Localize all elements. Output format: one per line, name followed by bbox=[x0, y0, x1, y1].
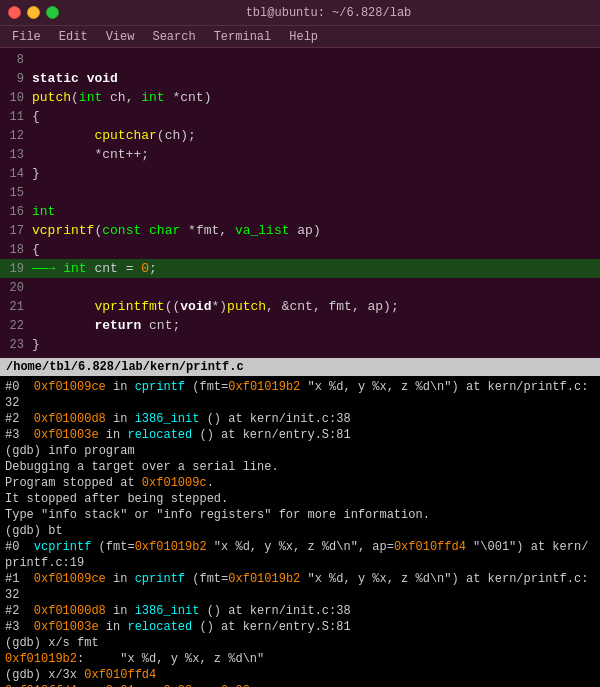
code-line: 22 return cnt; bbox=[0, 316, 600, 335]
line-content: putch(int ch, int *cnt) bbox=[32, 90, 211, 105]
line-number: 18 bbox=[4, 243, 32, 257]
line-content: vprintfmt((void*)putch, &cnt, fmt, ap); bbox=[32, 299, 399, 314]
code-editor: 89static void10putch(int ch, int *cnt)11… bbox=[0, 48, 600, 358]
code-line: 11{ bbox=[0, 107, 600, 126]
code-line: 18{ bbox=[0, 240, 600, 259]
line-number: 19 bbox=[4, 262, 32, 276]
code-line: 9static void bbox=[0, 69, 600, 88]
line-number: 11 bbox=[4, 110, 32, 124]
terminal-line: (gdb) x/3x 0xf010ffd4 bbox=[5, 667, 595, 683]
terminal-line: (gdb) bt bbox=[5, 523, 595, 539]
line-number: 23 bbox=[4, 338, 32, 352]
line-number: 24 bbox=[4, 357, 32, 359]
maximize-button[interactable] bbox=[46, 6, 59, 19]
code-line: 19——→ int cnt = 0; bbox=[0, 259, 600, 278]
terminal-line: It stopped after being stepped. bbox=[5, 491, 595, 507]
code-line: 23} bbox=[0, 335, 600, 354]
terminal-line: 0xf010ffd4: 0x01 0x00 0x00 bbox=[5, 683, 595, 687]
line-content: vcprintf(const char *fmt, va_list ap) bbox=[32, 223, 321, 238]
line-number: 9 bbox=[4, 72, 32, 86]
minimize-button[interactable] bbox=[27, 6, 40, 19]
terminal-line: #2 0xf01000d8 in i386_init () at kern/in… bbox=[5, 603, 595, 619]
menubar-item-edit[interactable]: Edit bbox=[51, 28, 96, 46]
line-number: 22 bbox=[4, 319, 32, 333]
line-number: 21 bbox=[4, 300, 32, 314]
window-title: tbl@ubuntu: ~/6.828/lab bbox=[65, 6, 592, 20]
menubar-item-terminal[interactable]: Terminal bbox=[206, 28, 280, 46]
menubar-item-file[interactable]: File bbox=[4, 28, 49, 46]
line-number: 15 bbox=[4, 186, 32, 200]
line-content: cputchar(ch); bbox=[32, 128, 196, 143]
line-content: { bbox=[32, 242, 40, 257]
code-line: 12 cputchar(ch); bbox=[0, 126, 600, 145]
code-line: 15 bbox=[0, 183, 600, 202]
code-line: 21 vprintfmt((void*)putch, &cnt, fmt, ap… bbox=[0, 297, 600, 316]
terminal-line: #3 0xf01003e in relocated () at kern/ent… bbox=[5, 427, 595, 443]
terminal-line: #0 vcprintf (fmt=0xf01019b2 "x %d, y %x,… bbox=[5, 539, 595, 571]
line-content: ——→ int cnt = 0; bbox=[32, 261, 157, 276]
code-line: 8 bbox=[0, 50, 600, 69]
code-line: 16int bbox=[0, 202, 600, 221]
menubar: FileEditViewSearchTerminalHelp bbox=[0, 26, 600, 48]
terminal-line: #2 0xf01000d8 in i386_init () at kern/in… bbox=[5, 411, 595, 427]
line-number: 13 bbox=[4, 148, 32, 162]
line-number: 20 bbox=[4, 281, 32, 295]
menubar-item-help[interactable]: Help bbox=[281, 28, 326, 46]
titlebar: tbl@ubuntu: ~/6.828/lab bbox=[0, 0, 600, 26]
line-number: 14 bbox=[4, 167, 32, 181]
terminal-line: Program stopped at 0xf01009c. bbox=[5, 475, 595, 491]
terminal-line: (gdb) x/s fmt bbox=[5, 635, 595, 651]
line-number: 12 bbox=[4, 129, 32, 143]
line-content: return cnt; bbox=[32, 318, 180, 333]
terminal-line: 0xf01019b2: "x %d, y %x, z %d\n" bbox=[5, 651, 595, 667]
code-line: 13 *cnt++; bbox=[0, 145, 600, 164]
line-number: 10 bbox=[4, 91, 32, 105]
code-line: 14} bbox=[0, 164, 600, 183]
menubar-item-search[interactable]: Search bbox=[144, 28, 203, 46]
line-content: int bbox=[32, 204, 55, 219]
line-content: } bbox=[32, 337, 40, 352]
line-content: static void bbox=[32, 71, 118, 86]
line-number: 17 bbox=[4, 224, 32, 238]
close-button[interactable] bbox=[8, 6, 21, 19]
line-number: 8 bbox=[4, 53, 32, 67]
line-content: } bbox=[32, 166, 40, 181]
code-line: 20 bbox=[0, 278, 600, 297]
terminal-line: Type "info stack" or "info registers" fo… bbox=[5, 507, 595, 523]
terminal[interactable]: #0 0xf01009ce in cprintf (fmt=0xf01019b2… bbox=[0, 376, 600, 687]
line-number: 16 bbox=[4, 205, 32, 219]
filepath-text: /home/tbl/6.828/lab/kern/printf.c bbox=[6, 360, 244, 374]
filepath-bar: /home/tbl/6.828/lab/kern/printf.c bbox=[0, 358, 600, 376]
terminal-line: Debugging a target over a serial line. bbox=[5, 459, 595, 475]
terminal-line: #1 0xf01009ce in cprintf (fmt=0xf01019b2… bbox=[5, 571, 595, 603]
line-content: { bbox=[32, 109, 40, 124]
code-line: 10putch(int ch, int *cnt) bbox=[0, 88, 600, 107]
terminal-line: #0 0xf01009ce in cprintf (fmt=0xf01019b2… bbox=[5, 379, 595, 411]
terminal-line: #3 0xf01003e in relocated () at kern/ent… bbox=[5, 619, 595, 635]
code-line: 17vcprintf(const char *fmt, va_list ap) bbox=[0, 221, 600, 240]
line-content: *cnt++; bbox=[32, 147, 149, 162]
menubar-item-view[interactable]: View bbox=[98, 28, 143, 46]
terminal-line: (gdb) info program bbox=[5, 443, 595, 459]
